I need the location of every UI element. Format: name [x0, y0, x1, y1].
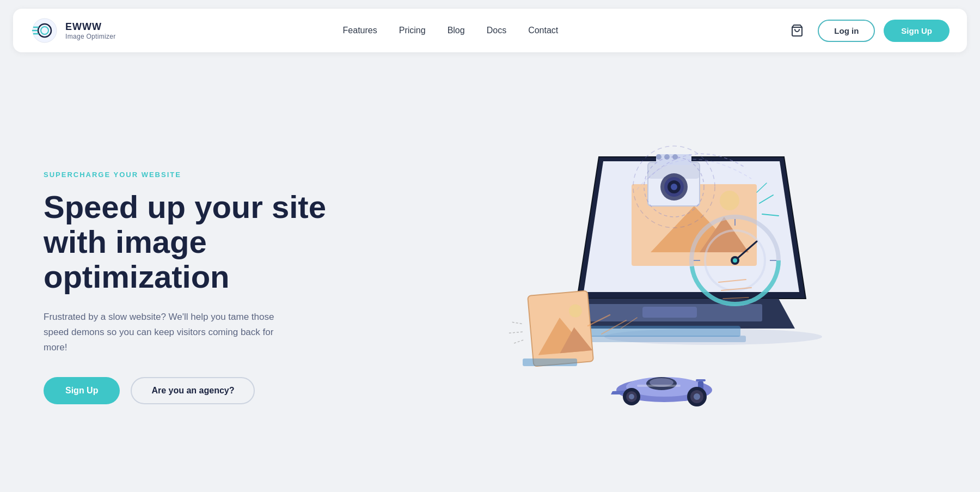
nav-item-docs[interactable]: Docs [487, 26, 506, 35]
hero-content: SUPERCHARGE YOUR WEBSITE Speed up your s… [44, 171, 327, 404]
svg-rect-20 [588, 326, 740, 337]
svg-line-40 [511, 321, 522, 325]
nav-link-contact[interactable]: Contact [528, 26, 558, 35]
svg-rect-43 [523, 359, 577, 366]
nav-item-contact[interactable]: Contact [528, 26, 558, 35]
nav-link-features[interactable]: Features [343, 26, 377, 35]
signup-hero-button[interactable]: Sign Up [44, 377, 120, 404]
svg-point-31 [629, 394, 634, 399]
signup-nav-button[interactable]: Sign Up [884, 20, 950, 42]
svg-point-34 [694, 393, 700, 400]
navbar: EWWW Image Optimizer Features Pricing Bl… [13, 9, 967, 52]
svg-point-52 [664, 154, 670, 160]
nav-item-pricing[interactable]: Pricing [399, 26, 426, 35]
logo-icon [30, 16, 59, 45]
nav-right: Log in Sign Up [785, 19, 950, 42]
hero-title: Speed up your site with image optimizati… [44, 190, 327, 294]
svg-line-42 [512, 340, 523, 344]
login-button[interactable]: Log in [818, 20, 875, 42]
nav-item-features[interactable]: Features [343, 26, 377, 35]
svg-point-50 [671, 184, 677, 190]
svg-rect-27 [696, 379, 706, 381]
svg-point-51 [656, 154, 661, 160]
nav-link-pricing[interactable]: Pricing [399, 26, 426, 35]
hero-description: Frustrated by a slow website? We'll help… [44, 309, 283, 355]
hero-section: SUPERCHARGE YOUR WEBSITE Speed up your s… [0, 61, 980, 492]
nav-link-blog[interactable]: Blog [448, 26, 465, 35]
nav-links: Features Pricing Blog Docs Contact [343, 26, 559, 35]
svg-rect-18 [642, 307, 697, 318]
hero-illustration [327, 83, 936, 492]
hero-eyebrow: SUPERCHARGE YOUR WEBSITE [44, 171, 327, 179]
nav-link-docs[interactable]: Docs [487, 26, 506, 35]
nav-item-blog[interactable]: Blog [448, 26, 465, 35]
svg-point-12 [720, 191, 739, 210]
logo-subtitle: Image Optimizer [65, 33, 116, 40]
agency-button[interactable]: Are you an agency? [131, 377, 255, 404]
hero-buttons: Sign Up Are you an agency? [44, 377, 327, 404]
logo: EWWW Image Optimizer [30, 16, 116, 45]
hero-illustration-svg [419, 124, 844, 451]
logo-text: EWWW Image Optimizer [65, 21, 116, 40]
svg-rect-21 [572, 336, 746, 342]
logo-title: EWWW [65, 21, 116, 33]
svg-rect-35 [637, 385, 681, 387]
svg-point-61 [733, 258, 737, 263]
svg-line-41 [509, 332, 523, 333]
cart-icon[interactable] [785, 19, 809, 42]
